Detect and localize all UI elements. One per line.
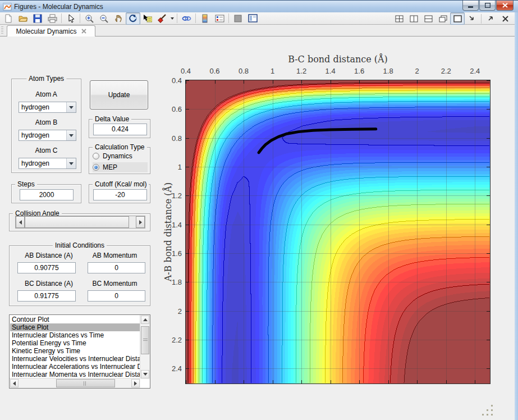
atom-types-title: Atom Types (26, 75, 66, 83)
bc-momentum-label: BC Momentum (82, 280, 147, 287)
maximize-tab-icon[interactable] (450, 12, 465, 25)
radio-dynamics[interactable]: Dynamics (93, 151, 148, 161)
tab-close-icon[interactable] (81, 29, 86, 34)
update-button[interactable]: Update (90, 80, 148, 109)
tile-grid-icon[interactable] (392, 12, 406, 25)
scroll-up-arrow[interactable] (141, 316, 149, 324)
scroll-left-arrow[interactable] (10, 379, 19, 387)
show-plot-tools-icon[interactable] (245, 12, 260, 25)
close-button[interactable] (496, 1, 514, 11)
radio-dynamics-label: Dynamics (103, 152, 132, 160)
open-folder-icon[interactable] (16, 12, 30, 25)
radio-selected-icon[interactable] (93, 164, 99, 171)
horizontal-scrollbar[interactable] (10, 378, 140, 388)
brush-dropdown-icon[interactable] (169, 13, 175, 24)
vertical-scroll-thumb[interactable] (141, 326, 149, 354)
radio-icon[interactable] (93, 153, 99, 159)
slider-right-arrow[interactable] (136, 216, 145, 228)
delta-value-title: Delta Value (93, 115, 131, 123)
tab-label: Molecular Dynamics (16, 28, 76, 35)
chevron-down-icon[interactable] (66, 158, 76, 168)
tile-horizontal-icon[interactable] (421, 12, 436, 25)
ab-momentum-field[interactable]: 0 (88, 262, 145, 273)
slider-thumb[interactable] (25, 216, 129, 228)
x-tick-label: 1.8 (383, 67, 393, 75)
cutoff-field[interactable]: -20 (93, 189, 147, 200)
x-tick-label: 0.8 (239, 67, 249, 75)
y-tick-label: 0.6 (161, 105, 182, 113)
atom-c-dropdown[interactable]: hydrogen (19, 158, 76, 169)
atom-a-dropdown[interactable]: hydrogen (19, 102, 76, 113)
pointer-icon[interactable] (63, 12, 78, 25)
x-tick-label: 0.6 (209, 67, 219, 75)
float-windows-icon[interactable] (436, 12, 450, 25)
chevron-down-icon[interactable] (66, 130, 76, 140)
plot-type-listbox[interactable]: Contour Plot Surface Plot Internuclear D… (9, 314, 150, 389)
ab-distance-field[interactable]: 0.90775 (17, 262, 76, 273)
list-item[interactable]: Kinetic Energy vs Time (10, 347, 140, 355)
brush-icon[interactable] (155, 12, 169, 25)
horizontal-scroll-thumb[interactable] (56, 379, 115, 387)
list-item[interactable]: Potential Energy vs Time (10, 339, 140, 347)
radio-mep[interactable]: MEP (93, 162, 148, 172)
bc-distance-field[interactable]: 0.91775 (17, 290, 76, 302)
y-tick-label: 1.4 (161, 220, 182, 229)
list-item-selected[interactable]: Surface Plot (10, 323, 140, 331)
tile-vertical-icon[interactable] (406, 12, 421, 25)
tab-molecular-dynamics[interactable]: Molecular Dynamics (7, 25, 95, 36)
zoom-out-icon[interactable] (97, 12, 111, 25)
initial-conditions-title: Initial Conditions (53, 241, 107, 249)
new-document-icon[interactable] (1, 12, 16, 25)
atom-b-label: Atom B (12, 118, 81, 126)
list-item[interactable]: Internuclear Accelerations vs Internucle… (10, 363, 140, 371)
pan-hand-icon[interactable] (111, 12, 126, 25)
scroll-right-arrow[interactable] (131, 379, 140, 387)
list-item[interactable]: Internuclear Distances vs Time (10, 331, 140, 339)
steps-field[interactable]: 2000 (20, 189, 74, 200)
list-item[interactable]: Internuclear Velocities vs Internuclear … (10, 355, 140, 363)
y-tick-label: 2.2 (161, 336, 182, 344)
x-tick-label: 1 (271, 67, 274, 75)
scroll-down-arrow[interactable] (141, 370, 149, 378)
y-tick-label: 0.4 (161, 76, 182, 85)
vertical-scrollbar[interactable] (140, 315, 150, 379)
figure-content: Atom Types Atom A hydrogen Atom B hydrog… (0, 36, 515, 420)
y-tick-label: 1 (161, 163, 182, 171)
cutoff-title: Cutoff (Kcal/ mol) (93, 180, 149, 188)
x-tick-label: 0.4 (181, 67, 191, 75)
data-cursor-icon[interactable] (140, 12, 155, 25)
resize-grip[interactable] (480, 403, 494, 417)
title-bar[interactable]: Figures - Molecular Dynamics (0, 0, 518, 12)
chevron-down-icon[interactable] (66, 102, 76, 112)
dock-figure-icon[interactable] (465, 12, 479, 25)
maximize-button[interactable] (479, 1, 496, 11)
insert-colorbar-icon[interactable] (198, 12, 212, 25)
tab-bar-grip[interactable] (1, 26, 3, 35)
insert-legend-icon[interactable] (212, 12, 227, 25)
minimize-button[interactable] (462, 1, 479, 11)
print-icon[interactable] (45, 12, 59, 25)
steps-title: Steps (15, 180, 37, 188)
list-item[interactable]: Contour Plot (10, 316, 140, 323)
close-figures-icon[interactable] (498, 12, 512, 25)
calculation-type-panel: Calculation Type Dynamics MEP (89, 147, 150, 174)
list-item[interactable]: Internuclear Momenta vs Internuclear Dis… (10, 371, 140, 378)
bc-momentum-field[interactable]: 0 (88, 290, 145, 302)
rotate-3d-icon[interactable] (126, 12, 140, 25)
collision-angle-slider[interactable] (15, 216, 145, 229)
atom-b-dropdown[interactable]: hydrogen (19, 130, 76, 141)
x-tick-label: 2.4 (470, 67, 480, 75)
hide-plot-tools-icon[interactable] (231, 12, 245, 25)
y-tick-label: 1.6 (161, 249, 182, 258)
link-plot-icon[interactable] (179, 12, 194, 25)
x-tick-label: 1.6 (354, 67, 364, 75)
atom-a-label: Atom A (12, 90, 81, 98)
initial-conditions-panel: Initial Conditions AB Distance (A) AB Mo… (9, 245, 150, 306)
save-icon[interactable] (30, 12, 45, 25)
delta-value-field[interactable]: 0.424 (93, 124, 147, 135)
slider-left-arrow[interactable] (16, 216, 25, 228)
undock-figure-icon[interactable] (483, 12, 498, 25)
zoom-in-icon[interactable] (82, 12, 97, 25)
collision-angle-panel: Collision Angle (9, 213, 150, 231)
contour-canvas[interactable] (186, 80, 490, 384)
